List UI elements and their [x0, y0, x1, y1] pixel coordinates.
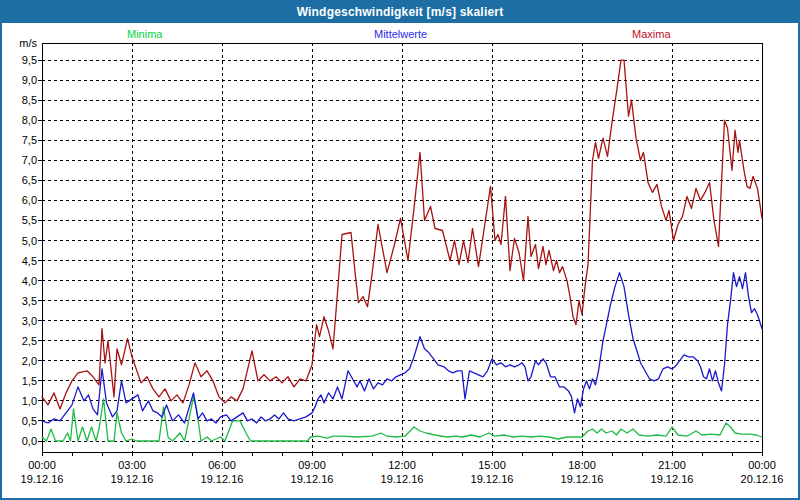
svg-text:00:00: 00:00 [748, 459, 776, 471]
svg-text:6,5: 6,5 [22, 174, 37, 186]
wind-speed-chart: 0,00,51,01,52,02,53,03,54,04,55,05,56,06… [2, 23, 798, 498]
svg-text:15:00: 15:00 [478, 459, 506, 471]
svg-text:2,5: 2,5 [22, 335, 37, 347]
svg-text:5,5: 5,5 [22, 214, 37, 226]
svg-text:m/s: m/s [19, 37, 37, 49]
svg-text:8,0: 8,0 [22, 114, 37, 126]
svg-text:03:00: 03:00 [118, 459, 146, 471]
svg-text:9,5: 9,5 [22, 54, 37, 66]
app-window: Windgeschwindigkeit [m/s] skaliert Minim… [0, 0, 800, 500]
svg-text:0,0: 0,0 [22, 435, 37, 447]
svg-text:5,0: 5,0 [22, 235, 37, 247]
svg-text:3,0: 3,0 [22, 315, 37, 327]
svg-text:19.12.16: 19.12.16 [471, 473, 514, 485]
svg-text:4,0: 4,0 [22, 275, 37, 287]
svg-text:0,5: 0,5 [22, 415, 37, 427]
svg-text:06:00: 06:00 [208, 459, 236, 471]
svg-text:18:00: 18:00 [568, 459, 596, 471]
svg-text:19.12.16: 19.12.16 [561, 473, 604, 485]
svg-text:21:00: 21:00 [658, 459, 686, 471]
svg-text:8,5: 8,5 [22, 94, 37, 106]
svg-text:19.12.16: 19.12.16 [381, 473, 424, 485]
svg-text:1,0: 1,0 [22, 395, 37, 407]
svg-text:19.12.16: 19.12.16 [21, 473, 64, 485]
svg-text:7,0: 7,0 [22, 154, 37, 166]
svg-text:3,5: 3,5 [22, 295, 37, 307]
svg-text:4,5: 4,5 [22, 255, 37, 267]
svg-text:20.12.16: 20.12.16 [741, 473, 784, 485]
svg-text:12:00: 12:00 [388, 459, 416, 471]
svg-text:7,5: 7,5 [22, 134, 37, 146]
svg-text:19.12.16: 19.12.16 [651, 473, 694, 485]
svg-text:6,0: 6,0 [22, 194, 37, 206]
svg-text:19.12.16: 19.12.16 [201, 473, 244, 485]
svg-text:09:00: 09:00 [298, 459, 326, 471]
svg-text:19.12.16: 19.12.16 [111, 473, 154, 485]
svg-text:00:00: 00:00 [28, 459, 56, 471]
window-titlebar: Windgeschwindigkeit [m/s] skaliert [2, 2, 798, 23]
svg-text:9,0: 9,0 [22, 74, 37, 86]
svg-text:1,5: 1,5 [22, 375, 37, 387]
window-title: Windgeschwindigkeit [m/s] skaliert [297, 5, 504, 19]
svg-text:2,0: 2,0 [22, 355, 37, 367]
svg-text:19.12.16: 19.12.16 [291, 473, 334, 485]
